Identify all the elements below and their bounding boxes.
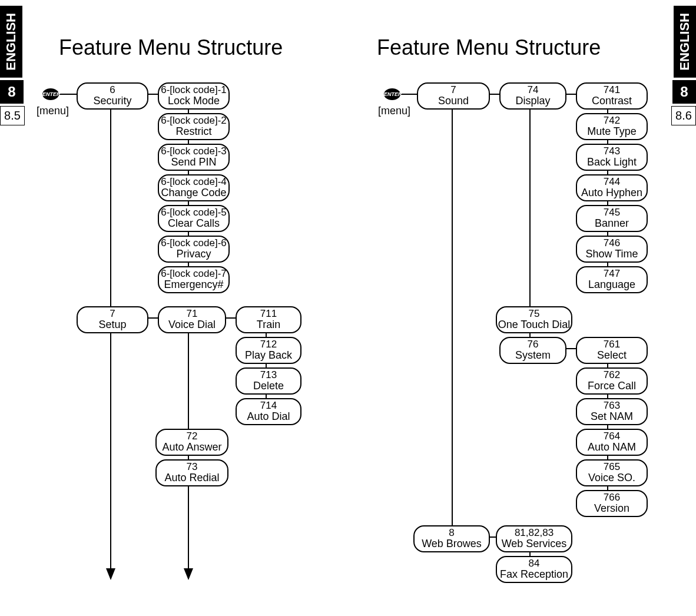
- node-auto-dial: 714Auto Dial: [236, 398, 301, 425]
- node-auto-hyphen: 744Auto Hyphen: [576, 174, 648, 201]
- node-restrict: 6-[lock code]-2Restrict: [158, 113, 230, 140]
- node-voice-so: 765Voice SO.: [576, 459, 648, 486]
- chapter-tab: 8: [0, 80, 24, 104]
- node-one-touch-dial: 75One Touch Dial: [496, 306, 572, 333]
- node-fax-reception: 84Fax Reception: [496, 556, 572, 583]
- node-show-time: 746Show Time: [576, 236, 648, 263]
- node-back-light: 743Back Light: [576, 144, 648, 171]
- left-page: Feature Menu Structure: [29, 0, 359, 616]
- node-clear-calls: 6-[lock code]-5Clear Calls: [158, 205, 230, 232]
- right-page: Feature Menu Structure: [365, 0, 695, 616]
- node-force-call: 762Force Call: [576, 367, 648, 395]
- node-sound: 7Sound: [417, 82, 490, 110]
- node-display: 74Display: [499, 82, 566, 110]
- node-auto-redial: 73Auto Redial: [155, 459, 228, 486]
- node-train: 711Train: [236, 306, 301, 333]
- node-emergency: 6-[lock code]-7Emergency#: [158, 266, 230, 293]
- english-tab: ENGLISH: [0, 6, 22, 78]
- node-security: 6Security: [77, 82, 148, 110]
- node-banner: 745Banner: [576, 205, 648, 232]
- node-change-code: 6-[lock code]-4Change Code: [158, 174, 230, 201]
- node-set-nam: 763Set NAM: [576, 398, 648, 425]
- enter-icon: ENTER: [42, 88, 59, 100]
- node-auto-answer: 72Auto Answer: [155, 429, 228, 456]
- node-mute-type: 742Mute Type: [576, 113, 648, 140]
- side-tabs-left: ENGLISH 8 8.5: [0, 6, 25, 125]
- enter-icon: ENTER: [384, 88, 400, 100]
- menu-label: [menu]: [37, 105, 69, 117]
- svg-marker-17: [184, 568, 193, 580]
- node-play-back: 712Play Back: [236, 337, 301, 364]
- node-setup: 7Setup: [77, 306, 148, 333]
- section-tab-left: 8.5: [0, 106, 25, 125]
- node-system: 76System: [499, 337, 566, 364]
- node-voice-dial: 71Voice Dial: [158, 306, 226, 333]
- node-language: 747Language: [576, 266, 648, 293]
- node-version: 766Version: [576, 490, 648, 517]
- svg-marker-10: [106, 568, 115, 580]
- node-send-pin: 6-[lock code]-3Send PIN: [158, 144, 230, 171]
- node-contrast: 741Contrast: [576, 82, 648, 110]
- node-web-browes: 8Web Browes: [413, 525, 490, 552]
- node-privacy: 6-[lock code]-6Privacy: [158, 236, 230, 263]
- menu-label: [menu]: [378, 105, 410, 117]
- node-web-services: 81,82,83Web Services: [496, 525, 572, 552]
- node-delete: 713Delete: [236, 367, 301, 395]
- node-auto-nam: 764Auto NAM: [576, 429, 648, 456]
- node-select: 761Select: [576, 337, 648, 364]
- node-lock-mode: 6-[lock code]-1Lock Mode: [158, 82, 230, 110]
